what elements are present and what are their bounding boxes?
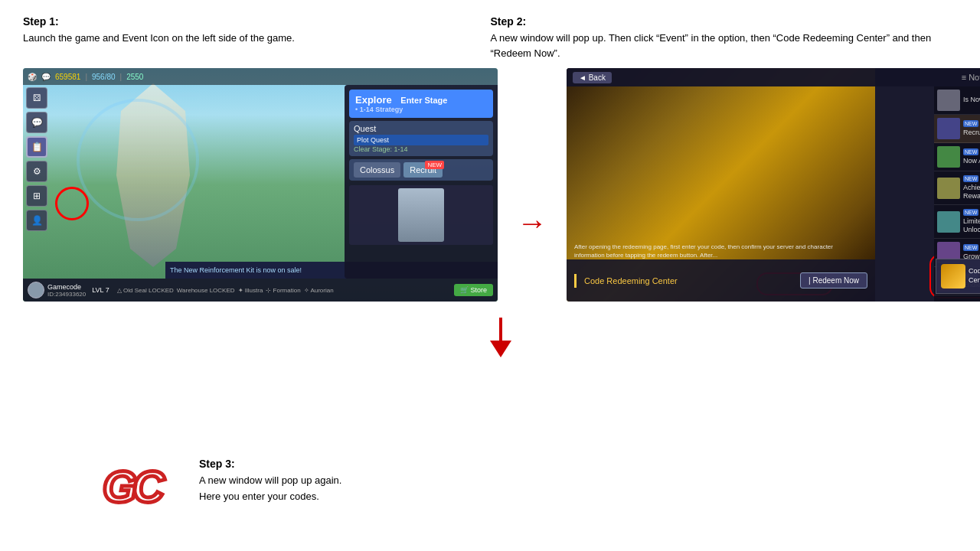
new-tag-3: NEW (963, 175, 978, 182)
event-thumb-4 (937, 211, 960, 233)
illustra: ✦ Illustra (238, 287, 263, 294)
player-name: Gamecode (47, 283, 86, 291)
code-icon (941, 264, 965, 289)
arrow-down-wrapper (490, 318, 511, 357)
sidebar-chat-btn[interactable]: 💬 (26, 112, 47, 133)
yellow-bar (574, 274, 577, 288)
recruit-btn[interactable]: Recruit NEW (403, 162, 443, 178)
code-redeem-center[interactable]: Code Redeeming Center (936, 259, 980, 294)
hud-gold: 659581 (55, 73, 80, 81)
redeem-btn-label: | Redeem Now (808, 276, 859, 285)
character-card (349, 185, 493, 245)
event-thumb-3 (937, 178, 960, 199)
reinforcement-label: The New Reinforcement Kit is now on sale… (170, 266, 302, 274)
event-item-3[interactable]: NEWNew Achievements & Rewards (934, 171, 980, 205)
step3-desc: A new window will pop up again. Here you… (199, 473, 352, 505)
step2-title: Step 2: (490, 15, 957, 28)
right-menu: Explore Enter Stage • 1-14 Strategy Ques… (345, 85, 498, 279)
arrow-down-head (490, 341, 511, 357)
game-screen-2: ◄ Back ≡ Notice Events Is Now A.. (567, 68, 980, 302)
code-center-label: Code Redeeming Center (584, 276, 678, 285)
event-item-4[interactable]: NEWBeginner Bonus Limited Recruitment Un… (934, 205, 980, 239)
sidebar-dice-btn[interactable]: ⚄ (26, 87, 47, 109)
gc-logo-svg: GC (101, 455, 175, 510)
char-thumb (398, 188, 444, 242)
event-thumb-2 (937, 146, 960, 168)
avatar (28, 282, 44, 298)
event-text-3: NEWNew Achievements & Rewards (963, 174, 980, 201)
step2-desc: A new window will pop up. Then click “Ev… (490, 31, 957, 60)
game-screen-1: 🎲 💬 659581 | 956/80 | 2550 ⚄ 💬 📋 ⚙ ⊞ 👤 (23, 68, 498, 302)
arrow-right-icon: → (517, 206, 547, 240)
quest-item[interactable]: Quest Plot Quest Clear Stage: 1-14 (349, 121, 493, 156)
step1-desc: Launch the game and Event Icon on the le… (23, 31, 475, 46)
hud-separator2: | (120, 73, 122, 81)
event-text-1: NEWRotating Recruitment Now On! (963, 119, 980, 137)
event-thumb-1 (937, 118, 960, 139)
notice-label: ≡ Notice (962, 73, 980, 82)
event-text-4: NEWBeginner Bonus Limited Recruitment Un… (963, 208, 980, 235)
sidebar-grid-btn[interactable]: ⊞ (26, 185, 47, 207)
hud-separator: | (85, 73, 87, 81)
old-seal: △ Old Seal LOCKED (117, 287, 174, 294)
new-tag-2: NEW (963, 148, 978, 155)
step1-title: Step 1: (23, 15, 475, 28)
notice-tab[interactable]: ≡ Notice (962, 73, 980, 82)
game-screen-1-wrapper: 🎲 💬 659581 | 956/80 | 2550 ⚄ 💬 📋 ⚙ ⊞ 👤 (23, 68, 498, 302)
svg-text:GC: GC (103, 461, 165, 510)
player-info: Gamecode ID:234933620 (47, 283, 86, 298)
game-screen-2-wrapper: ◄ Back ≡ Notice Events Is Now A.. (567, 68, 980, 302)
clear-stage-label: Clear Stage: 1-14 (354, 145, 488, 153)
game2-desc: After opening the redeeming page, first … (574, 243, 835, 259)
step1-header: Step 1: Launch the game and Event Icon o… (23, 15, 490, 68)
page-container: Step 1: Launch the game and Event Icon o… (0, 0, 980, 551)
formation: ⊹ Formation (266, 287, 300, 294)
level-label: LVL 7 (92, 286, 109, 294)
hud-crystal: 2550 (126, 73, 143, 81)
step3-container: GC Step 3: A new window will pop up agai… (100, 452, 352, 513)
arrow-right-wrapper: → (513, 145, 551, 302)
enter-stage-label: Enter Stage (400, 96, 447, 105)
new-tag-1: NEW (963, 120, 978, 127)
explore-btn[interactable]: Explore Enter Stage • 1-14 Strategy (349, 90, 493, 118)
code-btn-label: Code Redeeming Center (969, 267, 980, 285)
event-item-0[interactable]: Is Now A... (934, 86, 980, 115)
hud-blue: 956/80 (92, 73, 116, 81)
hud-icon-dice: 🎲 (28, 73, 37, 81)
game2-top-bar: ◄ Back ≡ Notice Events (567, 68, 980, 86)
store-btn[interactable]: 🛒 Store (454, 284, 493, 296)
step3-text-block: Step 3: A new window will pop up again. … (199, 452, 352, 505)
event-thumb-0 (937, 90, 960, 111)
explore-label: Explore (355, 94, 392, 106)
plot-quest-label: Plot Quest (357, 136, 389, 144)
redeem-btn[interactable]: | Redeem Now (800, 272, 867, 289)
screenshots-row: 🎲 💬 659581 | 956/80 | 2550 ⚄ 💬 📋 ⚙ ⊞ 👤 (23, 68, 957, 302)
new-badge: NEW (425, 161, 444, 169)
stage-sub-label: • 1-14 Strategy (355, 106, 487, 113)
new-tag-5: NEW (963, 244, 978, 251)
event-item-2[interactable]: NEWSpine-Chilling is Now Available (934, 143, 980, 171)
step2-header: Step 2: A new window will pop up. Then c… (490, 15, 957, 68)
sidebar-event-btn[interactable]: 📋 (26, 136, 47, 158)
level-num: 7 (106, 286, 109, 294)
new-tag-4: NEW (963, 209, 978, 216)
character-area (77, 83, 230, 286)
arrow-down-stem (499, 318, 502, 341)
event-text-0: Is Now A... (963, 96, 980, 105)
sidebar-settings-btn[interactable]: ⚙ (26, 161, 47, 182)
game2-bottom: Code Redeeming Center | Redeem Now (567, 259, 875, 302)
gc-logo-inner: GC (101, 455, 175, 510)
warehouse: Warehouse LOCKED (177, 287, 235, 294)
gc-logo: GC (100, 452, 176, 513)
colossus-recruit-row: Colossus Recruit NEW (349, 159, 493, 181)
magic-circle (77, 99, 199, 221)
back-btn[interactable]: ◄ Back (573, 72, 612, 83)
event-item-1[interactable]: NEWRotating Recruitment Now On! (934, 115, 980, 143)
colossus-btn[interactable]: Colossus (354, 162, 400, 178)
bottom-bar: Gamecode ID:234933620 LVL 7 △ Old Seal L… (23, 279, 498, 302)
hud-bar: 🎲 💬 659581 | 956/80 | 2550 (23, 68, 498, 85)
quest-label: Quest (354, 124, 376, 133)
sidebar-char-btn[interactable]: 👤 (26, 210, 47, 231)
plot-quest-btn[interactable]: Plot Quest (354, 135, 488, 145)
left-sidebar: ⚄ 💬 📋 ⚙ ⊞ 👤 (26, 87, 47, 231)
